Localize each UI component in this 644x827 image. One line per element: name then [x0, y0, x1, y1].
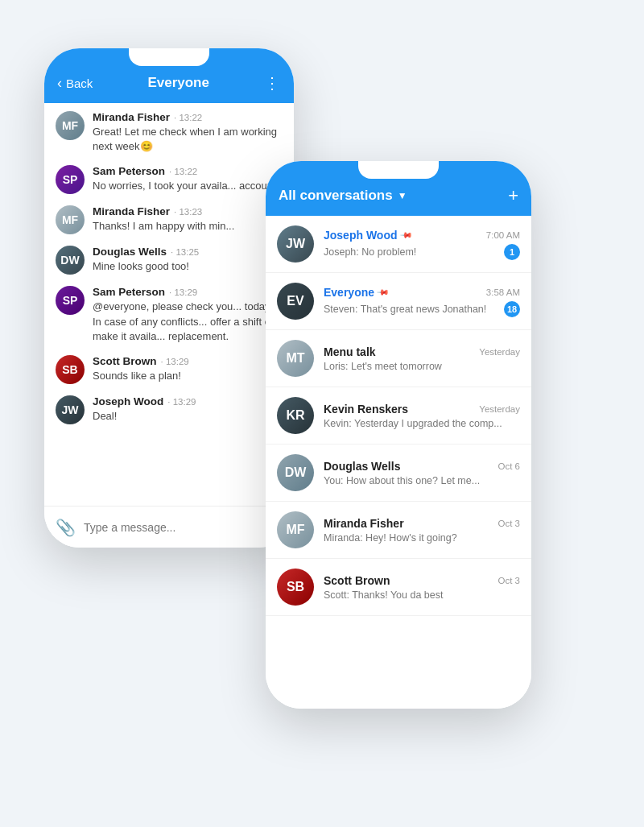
message-item: SB Scott Brown · 13:29 Sounds like a pla… [56, 355, 283, 384]
conv-top-row: Miranda Fisher Oct 3 [324, 517, 520, 530]
conv-preview: Scott: Thanks! You da best [324, 589, 520, 601]
conv-top-row: Douglas Wells Oct 6 [324, 460, 520, 473]
message-item: JW Joseph Wood · 13:29 Deal! [56, 395, 283, 424]
conv-avatar: MF [277, 511, 314, 548]
pin-icon: 📌 [399, 228, 412, 241]
avatar: MF [56, 111, 85, 140]
message-header: Miranda Fisher · 13:22 [93, 111, 283, 123]
conv-avatar: JW [277, 225, 314, 263]
message-item: MF Miranda Fisher · 13:23 Thanks! I am h… [56, 205, 283, 234]
message-header: Scott Brown · 13:29 [93, 355, 283, 367]
conv-time: Yesterday [479, 404, 520, 414]
avatar: JW [56, 395, 85, 424]
more-options-icon[interactable]: ⋮ [264, 73, 281, 93]
avatar: SB [56, 355, 85, 384]
dropdown-arrow-icon[interactable]: ▼ [398, 190, 407, 201]
conv-top-row: Scott Brown Oct 3 [324, 574, 520, 587]
message-item: SP Sam Peterson · 13:22 No worries, I to… [56, 165, 283, 194]
conv-content: Everyone📌 3:58 AM Steven: That's great n… [324, 286, 520, 317]
message-text: Thanks! I am happy with min... [93, 219, 283, 234]
conv-preview-text: Scott: Thanks! You da best [324, 589, 520, 601]
attach-icon[interactable]: 📎 [56, 518, 76, 537]
conversation-item[interactable]: EV Everyone📌 3:58 AM Steven: That's grea… [266, 273, 531, 330]
input-bar: 📎 [44, 506, 294, 548]
message-header: Miranda Fisher · 13:23 [93, 205, 283, 217]
conv-name: Miranda Fisher [324, 517, 404, 530]
unread-badge: 1 [504, 244, 520, 260]
message-header: Sam Peterson · 13:22 [93, 165, 283, 177]
conv-name: Scott Brown [324, 574, 390, 587]
messages-area: MF Miranda Fisher · 13:22 Great! Let me … [44, 103, 294, 506]
avatar: MF [56, 205, 85, 234]
conv-preview-text: Steven: That's great news Jonathan! [324, 304, 499, 315]
conv-content: Kevin Renskers Yesterday Kevin: Yesterda… [324, 403, 520, 429]
pin-icon: 📌 [377, 285, 390, 298]
message-content: Sam Peterson · 13:29 @everyone, please c… [93, 286, 283, 344]
message-content: Scott Brown · 13:29 Sounds like a plan! [93, 355, 283, 383]
conv-name: Menu talk [324, 345, 376, 358]
timestamp: · 13:29 [167, 397, 196, 407]
conversation-item[interactable]: MT Menu talk Yesterday Loris: Let's meet… [266, 330, 531, 387]
message-text: @everyone, please check you... today. In… [93, 300, 283, 344]
phone-2: All conversations ▼ + JW Joseph Wood📌 7:… [266, 161, 531, 709]
phone-1: ‹ Back Everyone ⋮ MF Miranda Fisher · 13… [44, 48, 294, 548]
conv-preview-text: Miranda: Hey! How's it going? [324, 532, 520, 544]
conv-content: Joseph Wood📌 7:00 AM Joseph: No problem!… [324, 229, 520, 260]
conv-content: Douglas Wells Oct 6 You: How about this … [324, 460, 520, 486]
conversation-list: JW Joseph Wood📌 7:00 AM Joseph: No probl… [266, 216, 531, 709]
message-item: DW Douglas Wells · 13:25 Mine looks good… [56, 246, 283, 275]
phone-1-screen: ‹ Back Everyone ⋮ MF Miranda Fisher · 13… [44, 48, 294, 548]
message-content: Miranda Fisher · 13:23 Thanks! I am happ… [93, 205, 283, 234]
back-label: Back [66, 76, 93, 90]
avatar: DW [56, 246, 85, 275]
conv-preview: Loris: Let's meet tomorrow [324, 361, 520, 372]
message-header: Douglas Wells · 13:25 [93, 246, 283, 258]
conv-time: Yesterday [479, 347, 520, 357]
phone-2-screen: All conversations ▼ + JW Joseph Wood📌 7:… [266, 161, 531, 709]
conv-name: Everyone📌 [324, 286, 388, 299]
sender-name: Sam Peterson [93, 165, 165, 177]
chevron-left-icon: ‹ [57, 75, 62, 92]
sender-name: Joseph Wood [93, 395, 163, 407]
conv-preview-text: Kevin: Yesterday I upgraded the comp... [324, 418, 520, 429]
message-input[interactable] [84, 521, 283, 534]
message-content: Miranda Fisher · 13:22 Great! Let me che… [93, 111, 283, 154]
chat-title: Everyone [93, 75, 264, 91]
message-content: Joseph Wood · 13:29 Deal! [93, 395, 283, 424]
avatar: SP [56, 165, 85, 194]
conv-name: Kevin Renskers [324, 403, 408, 416]
conv-avatar: DW [277, 454, 314, 491]
timestamp: · 13:29 [161, 357, 189, 366]
conversation-item[interactable]: JW Joseph Wood📌 7:00 AM Joseph: No probl… [266, 216, 531, 273]
conv-avatar: EV [277, 283, 314, 320]
conv-time: Oct 6 [498, 461, 520, 471]
back-button[interactable]: ‹ Back [57, 75, 93, 92]
message-text: Mine looks good too! [93, 259, 283, 274]
conversation-item[interactable]: KR Kevin Renskers Yesterday Kevin: Yeste… [266, 387, 531, 445]
conversations-title: All conversations ▼ [279, 188, 407, 204]
message-header: Sam Peterson · 13:29 [93, 286, 283, 298]
conv-preview: You: How about this one? Let me... [324, 475, 520, 486]
new-conversation-button[interactable]: + [508, 185, 518, 206]
conv-name: Joseph Wood📌 [324, 229, 411, 242]
conv-avatar: SB [277, 569, 314, 606]
conversation-item[interactable]: MF Miranda Fisher Oct 3 Miranda: Hey! Ho… [266, 502, 531, 559]
message-text: Sounds like a plan! [93, 369, 283, 383]
conversation-item[interactable]: SB Scott Brown Oct 3 Scott: Thanks! You … [266, 559, 531, 616]
conversation-item[interactable]: DW Douglas Wells Oct 6 You: How about th… [266, 445, 531, 502]
avatar: SP [56, 286, 85, 315]
timestamp: · 13:23 [174, 207, 202, 217]
timestamp: · 13:22 [174, 113, 202, 122]
conv-preview-text: You: How about this one? Let me... [324, 475, 520, 486]
conv-top-row: Menu talk Yesterday [324, 345, 520, 358]
sender-name: Scott Brown [93, 355, 157, 367]
message-text: No worries, I took your availa... accoun… [93, 179, 283, 193]
message-item: MF Miranda Fisher · 13:22 Great! Let me … [56, 111, 283, 154]
unread-badge: 18 [504, 301, 520, 317]
conversations-title-text: All conversations [279, 188, 393, 204]
conv-name: Douglas Wells [324, 460, 400, 473]
conv-preview-text: Loris: Let's meet tomorrow [324, 361, 520, 372]
notch [129, 48, 209, 66]
conv-avatar: MT [277, 340, 314, 377]
message-content: Sam Peterson · 13:22 No worries, I took … [93, 165, 283, 193]
